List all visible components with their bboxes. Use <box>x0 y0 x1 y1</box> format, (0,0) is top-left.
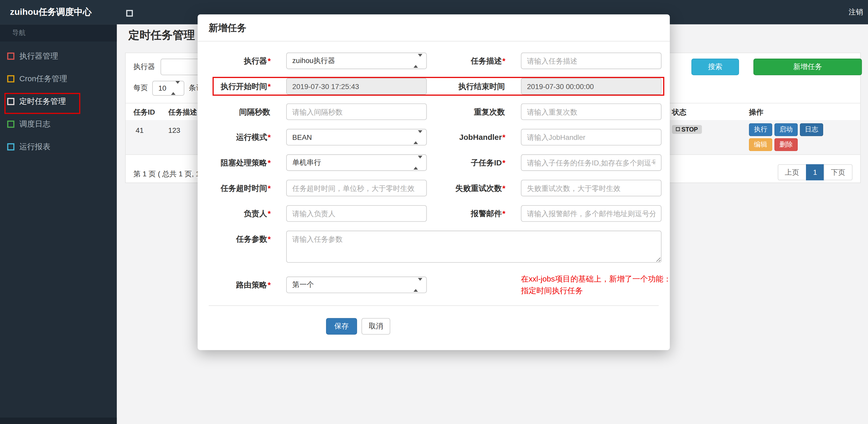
interval-label: 间隔秒数 <box>197 103 286 120</box>
log-button[interactable]: 日志 <box>800 124 823 136</box>
per-page-select[interactable]: 10 <box>152 80 184 95</box>
select-arrows-icon <box>413 158 422 167</box>
modal-title: 新增任务 <box>197 14 670 41</box>
modal-footer: 保存 取消 <box>197 306 670 350</box>
save-button[interactable]: 保存 <box>326 318 357 335</box>
app-root: zuihou任务调度中心 注销 导航 执行器管理 Cron任务管理 定时任务管理… <box>0 0 868 424</box>
current-page-button[interactable]: 1 <box>806 164 825 181</box>
square-icon <box>7 98 14 105</box>
exec-button[interactable]: 执行 <box>749 124 772 136</box>
sidebar-item-run-report[interactable]: 运行报表 <box>0 135 117 158</box>
start-time-label: 执行开始时间* <box>197 78 286 95</box>
app-logo: zuihou任务调度中心 <box>10 0 92 24</box>
next-page-button[interactable]: 下页 <box>824 164 852 181</box>
select-arrows-icon <box>413 281 422 289</box>
cell-job-id: 41 <box>135 126 144 134</box>
glue-type-select[interactable]: BEAN <box>286 129 427 145</box>
cancel-button[interactable]: 取消 <box>362 318 390 335</box>
delete-button[interactable]: 删除 <box>774 138 798 151</box>
sidebar-item-executor-manage[interactable]: 执行器管理 <box>0 45 117 67</box>
fail-retry-input[interactable] <box>521 180 661 196</box>
sidebar-item-label: Cron任务管理 <box>19 74 67 84</box>
row-op-buttons: 执行 启动 日志 编辑 删除 <box>749 124 828 151</box>
feature-note-line2: 指定时间执行任务 <box>521 285 676 297</box>
stop-icon <box>676 127 680 131</box>
job-handler-label: JobHandler* <box>427 129 521 145</box>
square-icon <box>7 53 14 60</box>
start-time-input[interactable] <box>286 78 427 95</box>
author-label: 负责人* <box>197 205 286 222</box>
executor-label: 执行器* <box>197 53 286 69</box>
sidebar-item-label: 执行器管理 <box>19 51 58 61</box>
repeat-count-label: 重复次数 <box>427 103 521 120</box>
start-button[interactable]: 启动 <box>774 124 798 136</box>
logout-link[interactable]: 注销 <box>849 0 863 24</box>
sidebar-item-label: 定时任务管理 <box>19 97 66 106</box>
square-icon <box>7 121 14 128</box>
timeout-label: 任务超时时间* <box>197 180 286 196</box>
job-param-textarea[interactable] <box>286 231 661 263</box>
job-desc-input[interactable] <box>521 53 661 69</box>
col-header-ops: 操作 <box>749 103 763 121</box>
pagination: 上页 1 下页 <box>778 164 852 181</box>
alarm-email-input[interactable] <box>521 205 661 222</box>
sidebar: 导航 执行器管理 Cron任务管理 定时任务管理 调度日志 运行报表 <box>0 24 117 424</box>
col-header-job-id: 任务ID <box>133 103 155 121</box>
sidebar-item-cron-task[interactable]: Cron任务管理 <box>0 67 117 90</box>
end-time-label: 执行结束时间 <box>427 78 521 95</box>
timeout-input[interactable] <box>286 180 427 196</box>
feature-note: 在xxl-jobs项目的基础上，新增了一个功能： 指定时间执行任务 <box>521 273 676 296</box>
page-title: 定时任务管理 <box>128 28 195 42</box>
child-jobid-input[interactable] <box>521 155 661 171</box>
edit-button[interactable]: 编辑 <box>749 138 772 151</box>
route-strategy-label: 路由策略* <box>197 276 286 293</box>
sidebar-item-timed-task[interactable]: 定时任务管理 <box>0 90 117 113</box>
sidebar-footer <box>0 418 117 424</box>
col-header-job-desc: 任务描述 <box>168 103 197 121</box>
add-task-modal: 新增任务 执行器* zuihou执行器 任务描述* 执行开始时间* 执行结束时间… <box>197 14 670 350</box>
child-jobid-label: 子任务ID* <box>427 155 521 171</box>
square-icon <box>7 143 14 151</box>
cell-job-desc: 123 <box>168 126 180 134</box>
author-input[interactable] <box>286 205 427 222</box>
sidebar-item-schedule-log[interactable]: 调度日志 <box>0 113 117 135</box>
prev-page-button[interactable]: 上页 <box>778 164 806 181</box>
select-arrows-icon <box>413 133 422 141</box>
glue-type-label: 运行模式* <box>197 129 286 145</box>
job-desc-label: 任务描述* <box>427 53 521 69</box>
select-arrows-icon <box>413 57 422 65</box>
executor-select[interactable]: zuihou执行器 <box>286 53 427 69</box>
interval-input[interactable] <box>286 103 427 120</box>
fail-retry-label: 失败重试次数* <box>427 180 521 196</box>
block-strategy-select[interactable]: 单机串行 <box>286 155 427 171</box>
status-badge: STOP <box>672 125 702 134</box>
sidebar-item-label: 调度日志 <box>19 119 50 129</box>
route-strategy-select[interactable]: 第一个 <box>286 276 427 293</box>
sidebar-item-label: 运行报表 <box>19 142 50 152</box>
square-icon <box>7 75 14 83</box>
per-page-value: 10 <box>158 84 166 92</box>
alarm-email-label: 报警邮件* <box>427 205 521 222</box>
select-arrows-icon <box>171 84 180 92</box>
repeat-count-input[interactable] <box>521 103 661 120</box>
job-handler-input[interactable] <box>521 129 661 145</box>
end-time-input[interactable] <box>521 78 661 95</box>
job-param-label: 任务参数* <box>197 231 286 248</box>
block-strategy-label: 阻塞处理策略* <box>197 155 286 171</box>
per-page-prefix: 每页 <box>133 83 148 93</box>
executor-filter-label: 执行器 <box>133 62 155 72</box>
add-task-button[interactable]: 新增任务 <box>753 59 862 75</box>
sidebar-section-label: 导航 <box>0 24 117 41</box>
feature-note-line1: 在xxl-jobs项目的基础上，新增了一个功能： <box>521 273 676 285</box>
col-header-status: 状态 <box>672 103 686 121</box>
sidebar-collapse-icon[interactable] <box>126 10 133 17</box>
search-button[interactable]: 搜索 <box>691 59 739 75</box>
